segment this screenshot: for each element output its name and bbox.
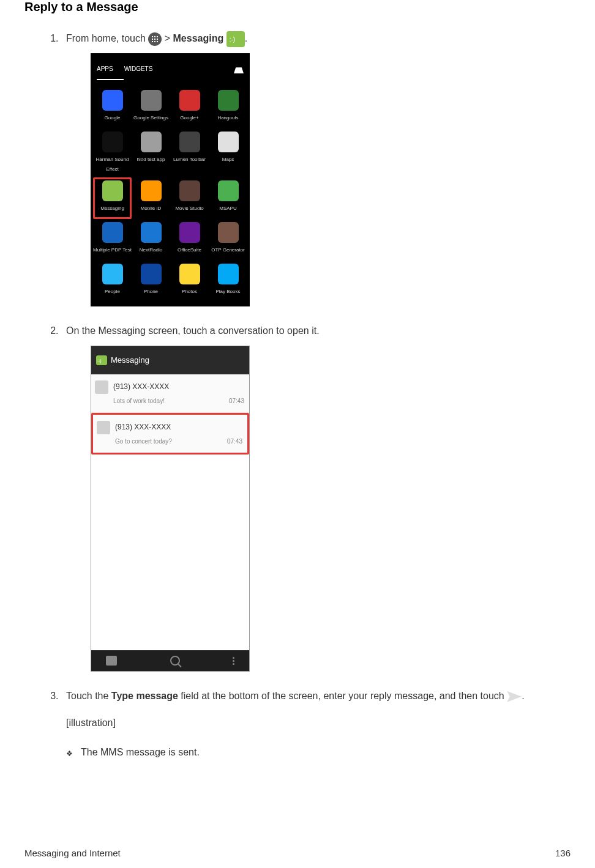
app-cell-officesuite[interactable]: OfficeSuite — [170, 222, 209, 258]
app-cell-google[interactable]: Google — [93, 90, 132, 125]
compose-icon[interactable] — [106, 656, 117, 666]
app-cell-messaging[interactable]: Messaging — [93, 177, 132, 219]
app-label: Google Settings — [133, 113, 168, 123]
conversation-row[interactable]: (913) XXX-XXXXGo to concert today?07:43 — [91, 413, 249, 454]
app-label: Harman Sound Effect — [93, 155, 132, 174]
app-label: Google — [105, 113, 121, 123]
app-cell-nextradio[interactable]: NextRadio — [132, 222, 170, 258]
app-label: Lumen Toolbar — [173, 155, 206, 165]
conversation-preview: Lots of work today! — [113, 395, 165, 407]
app-icon — [141, 180, 162, 201]
conversation-row[interactable]: (913) XXX-XXXXLots of work today!07:43 — [91, 374, 249, 413]
app-cell-people[interactable]: People — [93, 264, 132, 299]
app-icon — [141, 132, 162, 152]
app-icon — [102, 222, 123, 243]
page-title: Reply to a Message — [24, 0, 571, 14]
app-cell-maps[interactable]: Maps — [209, 132, 247, 174]
app-cell-harman-sound-effect[interactable]: Harman Sound Effect — [93, 132, 132, 174]
app-label: Messaging — [100, 204, 124, 213]
app-label: OfficeSuite — [178, 245, 201, 255]
app-icon — [179, 90, 200, 111]
app-icon — [102, 90, 123, 111]
messaging-header-title: Messaging — [111, 352, 149, 368]
app-cell-multiple-pdp-test[interactable]: Multiple PDP Test — [93, 222, 132, 258]
app-label: Multiple PDP Test — [93, 245, 132, 255]
footer-section: Messaging and Internet — [24, 848, 121, 858]
app-icon — [141, 90, 162, 111]
app-icon — [218, 132, 239, 152]
app-cell-hidd-test-app[interactable]: hidd test app — [132, 132, 170, 174]
step3-bold: Type message — [111, 691, 178, 701]
widgets-tab[interactable]: WIDGETS — [124, 63, 153, 75]
conversation-number: (913) XXX-XXXX — [115, 420, 242, 434]
app-label: NextRadio — [140, 245, 162, 255]
conversation-preview: Go to concert today? — [115, 436, 172, 448]
messaging-icon — [226, 31, 245, 47]
step-2: On the Messaging screen, touch a convers… — [61, 321, 571, 672]
step1-post: . — [245, 33, 247, 43]
avatar — [97, 421, 110, 434]
step3-mid: field at the bottom of the screen, enter… — [178, 691, 507, 701]
app-cell-lumen-toolbar[interactable]: Lumen Toolbar — [170, 132, 209, 174]
app-cell-movie-studio[interactable]: Movie Studio — [170, 180, 209, 216]
app-icon — [141, 264, 162, 284]
app-icon — [179, 222, 200, 243]
conversation-time: 07:43 — [229, 395, 244, 407]
step1-mid: > — [162, 33, 173, 43]
app-label: Play Books — [215, 287, 240, 297]
app-label: Google+ — [180, 113, 198, 123]
app-icon — [179, 132, 200, 152]
app-cell-otp-generator[interactable]: OTP Generator — [209, 222, 247, 258]
app-label: Mobile ID — [141, 204, 162, 213]
app-label: Maps — [222, 155, 234, 165]
conversation-number: (913) XXX-XXXX — [113, 379, 244, 394]
screenshot-app-drawer: APPS WIDGETS GoogleGoogle SettingsGoogle… — [91, 53, 250, 306]
menu-overflow-icon[interactable] — [233, 657, 234, 665]
step1-pre: From home, touch — [66, 33, 148, 43]
step3-pre: Touch the — [66, 691, 111, 701]
app-icon — [179, 180, 200, 201]
app-cell-msapu[interactable]: MSAPU — [209, 180, 247, 216]
result-bullet: The MMS message is sent. — [66, 743, 571, 762]
messaging-header: Messaging — [91, 346, 249, 374]
messaging-app-icon — [96, 355, 107, 365]
app-cell-mobile-id[interactable]: Mobile ID — [132, 180, 170, 216]
app-label: Hangouts — [217, 113, 238, 123]
app-cell-google+[interactable]: Google+ — [170, 90, 209, 125]
app-icon — [102, 132, 123, 152]
app-cell-photos[interactable]: Photos — [170, 264, 209, 299]
app-cell-google-settings[interactable]: Google Settings — [132, 90, 170, 125]
send-icon — [507, 691, 522, 702]
app-cell-phone[interactable]: Phone — [132, 264, 170, 299]
avatar — [95, 380, 108, 394]
apps-tab[interactable]: APPS — [97, 63, 113, 75]
step-3: Touch the Type message field at the bott… — [61, 686, 571, 762]
app-label: Photos — [182, 287, 197, 297]
app-cell-play-books[interactable]: Play Books — [209, 264, 247, 299]
app-cell-hangouts[interactable]: Hangouts — [209, 90, 247, 125]
app-grid-icon — [148, 32, 162, 46]
step3-post: . — [522, 691, 524, 701]
app-label: People — [105, 287, 120, 297]
app-icon — [218, 90, 239, 111]
app-label: hidd test app — [137, 155, 165, 165]
search-icon[interactable] — [170, 656, 180, 666]
app-label: Phone — [144, 287, 158, 297]
app-icon — [218, 264, 239, 284]
footer-page-number: 136 — [555, 848, 571, 858]
app-icon — [102, 264, 123, 284]
shop-icon[interactable] — [234, 65, 244, 73]
conversation-time: 07:43 — [227, 436, 242, 448]
step2-text: On the Messaging screen, touch a convers… — [66, 325, 320, 336]
app-icon — [141, 222, 162, 243]
app-icon — [218, 180, 239, 201]
illustration-placeholder: [illustration] — [66, 713, 571, 733]
app-label: Movie Studio — [175, 204, 203, 213]
app-label: MSAPU — [219, 204, 236, 213]
step1-bold: Messaging — [173, 33, 226, 43]
app-icon — [218, 222, 239, 243]
app-icon — [102, 180, 123, 201]
step-1: From home, touch > Messaging . APPS WIDG… — [61, 29, 571, 306]
app-label: OTP Generator — [211, 245, 245, 255]
app-icon — [179, 264, 200, 284]
